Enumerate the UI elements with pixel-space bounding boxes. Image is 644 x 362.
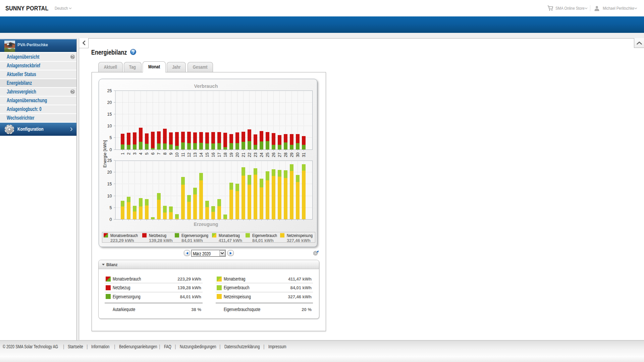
svg-text:24: 24 (259, 153, 264, 157)
svg-text:19: 19 (229, 153, 234, 157)
svg-text:23: 23 (253, 153, 258, 157)
svg-text:5: 5 (110, 205, 112, 210)
svg-text:0: 0 (110, 147, 112, 152)
svg-text:1: 1 (120, 153, 125, 155)
svg-text:84,01 kWh: 84,01 kWh (252, 238, 274, 243)
svg-text:28: 28 (283, 153, 288, 157)
svg-text:0: 0 (110, 217, 112, 222)
svg-text:Energie [kWh]: Energie [kWh] (102, 140, 107, 168)
svg-text:20: 20 (235, 153, 240, 157)
svg-text:21: 21 (241, 153, 246, 157)
svg-text:27: 27 (277, 153, 282, 157)
svg-text:10: 10 (175, 153, 179, 157)
svg-text:15: 15 (205, 153, 210, 157)
svg-text:10: 10 (107, 124, 112, 128)
svg-text:12: 12 (187, 153, 192, 157)
svg-text:?: ? (132, 50, 135, 55)
svg-text:84,01 kWh: 84,01 kWh (181, 238, 203, 243)
svg-text:Erzeugung: Erzeugung (194, 221, 218, 227)
svg-text:25: 25 (265, 153, 270, 157)
svg-text:7: 7 (157, 153, 161, 155)
svg-text:17: 17 (217, 153, 222, 157)
svg-text:16: 16 (211, 153, 216, 157)
svg-text:26: 26 (271, 153, 276, 157)
svg-text:13: 13 (193, 153, 198, 157)
svg-text:Netzeinspeisung: Netzeinspeisung (287, 233, 313, 238)
svg-text:Eigenverbrauch: Eigenverbrauch (252, 233, 277, 238)
svg-text:Netzbezug: Netzbezug (149, 233, 166, 238)
svg-text:5: 5 (145, 153, 149, 155)
svg-text:3: 3 (132, 153, 137, 155)
svg-text:327,46 kWh: 327,46 kWh (287, 238, 311, 243)
svg-text:10: 10 (107, 194, 112, 198)
svg-text:4: 4 (139, 153, 143, 155)
svg-text:14: 14 (199, 153, 204, 157)
svg-text:2: 2 (126, 153, 131, 155)
svg-text:29: 29 (289, 153, 294, 157)
svg-text:25: 25 (107, 88, 112, 93)
svg-text:223,29 kWh: 223,29 kWh (110, 238, 134, 243)
svg-text:Verbrauch: Verbrauch (194, 83, 218, 89)
svg-text:15: 15 (107, 112, 112, 117)
svg-text:139,28 kWh: 139,28 kWh (149, 238, 173, 243)
svg-text:22: 22 (247, 153, 252, 157)
svg-text:25: 25 (107, 158, 112, 163)
svg-text:15: 15 (107, 182, 112, 186)
svg-text:20: 20 (107, 100, 112, 105)
svg-text:31: 31 (302, 153, 306, 157)
svg-text:30: 30 (296, 153, 300, 157)
svg-text:11: 11 (181, 153, 185, 157)
svg-text:411,47 kWh: 411,47 kWh (219, 238, 242, 243)
svg-text:5: 5 (110, 135, 112, 140)
svg-text:6: 6 (151, 153, 155, 155)
svg-text:Monatsertrag: Monatsertrag (219, 233, 240, 238)
svg-text:18: 18 (223, 153, 228, 157)
svg-text:8: 8 (163, 153, 167, 155)
svg-text:Monatsverbrauch: Monatsverbrauch (110, 233, 138, 238)
svg-text:9: 9 (169, 153, 173, 155)
svg-text:Eigenversorgung: Eigenversorgung (181, 233, 208, 238)
svg-text:20: 20 (107, 170, 112, 175)
